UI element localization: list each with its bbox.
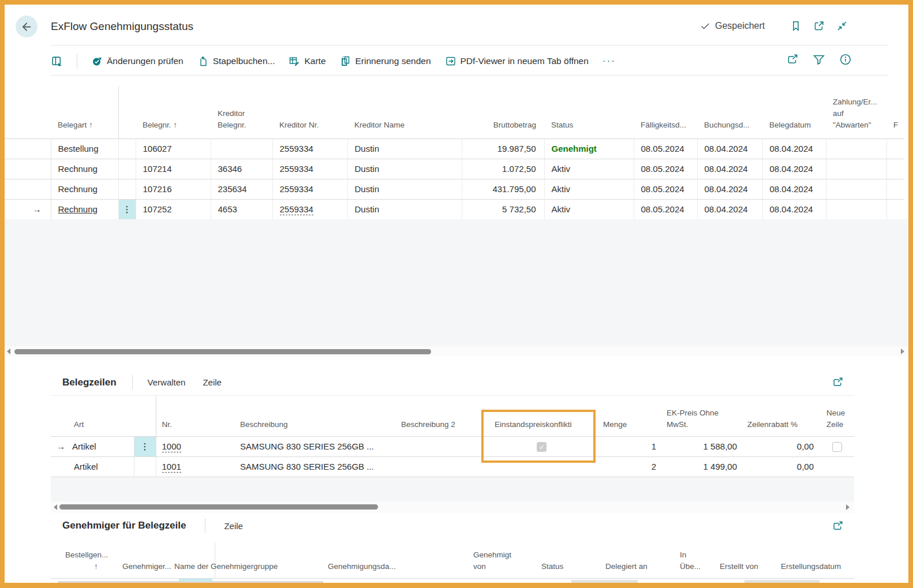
cell-ek-preis[interactable]: 1 588,00 xyxy=(661,436,742,456)
header-nr[interactable]: Nr. xyxy=(156,396,231,436)
header-bruttobetrag[interactable]: Bruttobetrag xyxy=(462,87,544,138)
scrollbar-thumb[interactable] xyxy=(14,349,431,354)
header-erstellungsdatum[interactable]: Erstellungsdatum xyxy=(781,561,841,572)
header-status[interactable]: Status xyxy=(541,561,563,572)
belegzeile-row-selected[interactable]: →Artikel ⋮ 1000 SAMSUNG 830 SERIES 256GB… xyxy=(51,436,854,456)
scroll-right-arrow[interactable] xyxy=(846,504,850,510)
tab-verwalten[interactable]: Verwalten xyxy=(148,377,186,387)
card-button[interactable]: Karte xyxy=(289,55,325,67)
header-genehmigungsdatum[interactable]: Genehmigungsda... xyxy=(328,561,396,572)
back-button[interactable] xyxy=(16,16,38,38)
row-menu-button[interactable]: ⋮ xyxy=(134,436,156,456)
nr-drilldown[interactable]: 1000 xyxy=(162,441,181,452)
cell-belegdatum[interactable]: 08.04.2024 xyxy=(762,159,826,179)
header-einstandspreiskonflikt[interactable]: Einstandspreiskonflikti xyxy=(485,396,597,436)
cell-zahlung[interactable] xyxy=(826,159,886,179)
cell-belegart[interactable]: Bestellung xyxy=(51,138,118,159)
header-genehmiger[interactable]: Genehmiger... xyxy=(122,561,171,572)
header-next-partial[interactable]: F xyxy=(886,87,904,138)
cell-faelligkeitsdatum[interactable]: 08.05.2024 xyxy=(634,199,697,219)
nr-drilldown[interactable]: 1001 xyxy=(162,462,181,473)
filter-icon[interactable] xyxy=(813,53,825,66)
cell-kreditor-name[interactable]: Dustin xyxy=(347,179,462,199)
scroll-left-arrow[interactable] xyxy=(54,504,57,510)
cell-kreditor-belegnr[interactable]: 235634 xyxy=(211,179,272,199)
cell-status[interactable]: Aktiv xyxy=(544,159,634,179)
cell-bruttobetrag[interactable]: 5 732,50 xyxy=(462,199,544,219)
cell-ek-preis[interactable]: 1 499,00 xyxy=(661,456,742,477)
header-delegiert-an[interactable]: Delegiert an xyxy=(605,561,648,572)
send-reminder-button[interactable]: Erinnerung senden xyxy=(340,55,431,67)
cell-buchungsdatum[interactable]: 08.04.2024 xyxy=(697,138,762,159)
open-in-new-window-icon[interactable] xyxy=(813,20,825,32)
header-zahlung-abwarten[interactable]: Zahlung/Er... auf "Abwarten" xyxy=(826,87,886,138)
cell-bruttobetrag[interactable]: 19.987,50 xyxy=(462,138,544,159)
header-beschreibung[interactable]: Beschreibung xyxy=(231,396,387,436)
header-beschreibung2[interactable]: Beschreibung 2 xyxy=(387,396,485,436)
scroll-right-arrow[interactable] xyxy=(901,349,904,354)
cell-kreditor-belegnr[interactable]: 4653 xyxy=(211,199,272,219)
bookmark-icon[interactable] xyxy=(790,20,802,32)
cell-beschreibung[interactable]: SAMSUNG 830 SERIES 256GB ... xyxy=(231,456,387,477)
table-row-selected[interactable]: → Rechnung ⋮ 107252 4653 2559334 Dustin … xyxy=(5,199,904,219)
header-kreditor-nr[interactable]: Kreditor Nr. xyxy=(272,87,347,138)
cell-belegnr[interactable]: 107216 xyxy=(136,179,211,199)
row-menu-cell[interactable] xyxy=(118,159,136,179)
header-kreditor-belegnr[interactable]: Kreditor Belegnr. xyxy=(211,87,272,138)
cell-buchungsdatum[interactable]: 08.04.2024 xyxy=(697,159,762,179)
cell-kreditor-nr[interactable]: 2559334 xyxy=(272,179,347,199)
header-erstellt-von[interactable]: Erstellt von xyxy=(720,561,758,572)
header-zeilenrabatt[interactable]: Zeilenrabatt % xyxy=(742,396,818,436)
header-genehmigt-von[interactable]: Genehmigt von xyxy=(473,549,511,573)
cell-buchungsdatum[interactable]: 08.04.2024 xyxy=(697,179,762,199)
row-menu-cell[interactable] xyxy=(118,138,136,159)
header-kreditor-name[interactable]: Kreditor Name xyxy=(347,87,462,138)
cell-kreditor-belegnr[interactable]: 36346 xyxy=(211,159,272,179)
neue-zeile-checkbox[interactable] xyxy=(832,442,842,452)
cell-kreditor-belegnr[interactable] xyxy=(211,138,272,159)
cell-kreditor-name[interactable]: Dustin xyxy=(347,138,462,159)
header-buchungsdatum[interactable]: Buchungsd... xyxy=(697,87,762,138)
tab-zeile[interactable]: Zeile xyxy=(203,377,222,387)
cell-zahlung[interactable] xyxy=(826,179,886,199)
cell-faelligkeitsdatum[interactable]: 08.05.2024 xyxy=(634,179,697,199)
header-in-ueberschreitung[interactable]: In Übe... xyxy=(680,549,701,573)
batch-post-button[interactable]: Stapelbuchen... xyxy=(197,55,275,67)
cell-faelligkeitsdatum[interactable]: 08.05.2024 xyxy=(634,159,697,179)
pdf-viewer-button[interactable]: PDf-Viewer in neuem Tab öffnen xyxy=(445,55,589,67)
check-changes-button[interactable]: Änderungen prüfen xyxy=(91,55,184,67)
cell-belegnr[interactable]: 107252 xyxy=(136,199,211,219)
share-icon[interactable] xyxy=(786,53,799,66)
belegzeilen-share-icon[interactable] xyxy=(832,376,844,388)
scroll-left-arrow[interactable] xyxy=(7,349,10,354)
cell-belegdatum[interactable]: 08.04.2024 xyxy=(762,179,826,199)
header-belegnr[interactable]: Belegnr. ↑ xyxy=(136,87,211,138)
header-status[interactable]: Status xyxy=(544,87,634,138)
cell-belegdatum[interactable]: 08.04.2024 xyxy=(762,138,826,159)
cell-neue-zeile[interactable] xyxy=(818,456,854,477)
main-horizontal-scrollbar[interactable] xyxy=(5,346,908,357)
row-menu-button[interactable]: ⋮ xyxy=(118,199,136,219)
cell-buchungsdatum[interactable]: 08.04.2024 xyxy=(697,199,762,219)
cell-bruttobetrag[interactable]: 1.072,50 xyxy=(462,159,544,179)
cell-kreditor-name[interactable]: Dustin xyxy=(347,159,462,179)
more-actions-button[interactable]: ··· xyxy=(603,55,616,67)
cell-menge[interactable]: 1 xyxy=(597,436,661,456)
cell-belegnr[interactable]: 106027 xyxy=(136,138,211,159)
collapse-icon[interactable] xyxy=(836,20,848,32)
header-ek-preis[interactable]: EK-Preis Ohne MwSt. xyxy=(661,396,742,436)
table-row[interactable]: Bestellung 106027 2559334 Dustin 19.987,… xyxy=(5,138,904,159)
cell-belegart[interactable]: Rechnung xyxy=(51,179,118,199)
cell-beschreibung[interactable]: SAMSUNG 830 SERIES 256GB ... xyxy=(231,436,387,456)
cell-belegart[interactable]: Rechnung xyxy=(51,159,118,179)
header-belegart[interactable]: Belegart ↑ xyxy=(51,87,118,138)
cell-belegnr[interactable]: 107214 xyxy=(136,159,211,179)
table-row[interactable]: Rechnung 107214 36346 2559334 Dustin 1.0… xyxy=(5,159,904,179)
header-belegdatum[interactable]: Belegdatum xyxy=(762,87,826,138)
header-neue-zeile[interactable]: Neue Zeile xyxy=(818,396,854,436)
cell-menge[interactable]: 2 xyxy=(597,456,661,477)
cell-belegdatum[interactable]: 08.04.2024 xyxy=(762,199,826,219)
cell-kreditor-nr[interactable]: 2559334 xyxy=(272,138,347,159)
scrollbar-thumb[interactable] xyxy=(59,504,378,510)
cell-bruttobetrag[interactable]: 431.795,00 xyxy=(462,179,544,199)
